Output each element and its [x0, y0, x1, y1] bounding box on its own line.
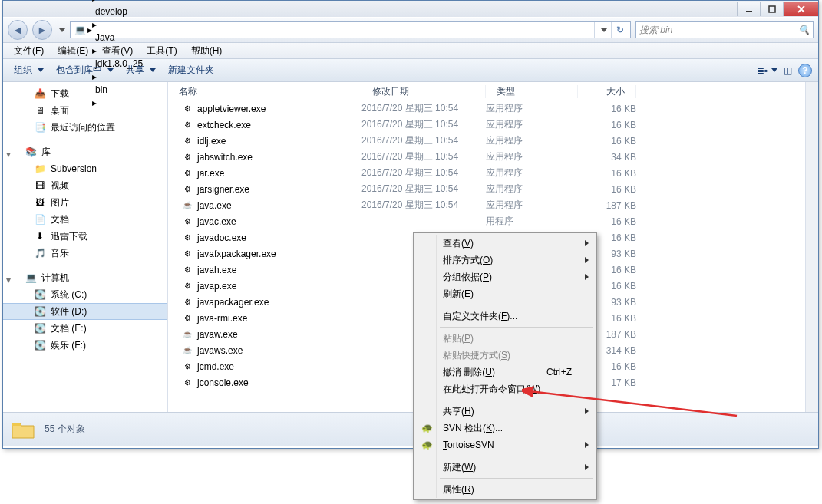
ctx-undo[interactable]: 撤消 删除(U)Ctrl+Z [415, 364, 595, 380]
item-label: 桌面 [51, 104, 69, 117]
sidebar-header[interactable]: ▾📚库 [3, 143, 167, 160]
chevron-down-icon[interactable]: ▾ [6, 275, 13, 282]
chevron-down-icon [771, 68, 777, 72]
file-size: 16 KB [578, 136, 636, 147]
column-headers: 名称 修改日期 类型 大小 [168, 84, 805, 100]
file-row[interactable]: ⚙appletviewer.exe2016/7/20 星期三 10:54应用程序… [168, 100, 805, 117]
file-name: java-rmi.exe [197, 313, 247, 324]
file-size: 16 KB [578, 104, 636, 114]
ctx-group[interactable]: 分组依据(P) [415, 268, 595, 285]
ctx-tortoisesvn[interactable]: 🐢TortoiseSVN [415, 436, 595, 453]
item-icon: 🎵 [34, 247, 46, 259]
address-bar[interactable]: 💻 ▸ 计算机▸软件 (D:)▸develop▸Java▸jdk1.8.0_25… [70, 21, 631, 38]
sidebar-item[interactable]: 📁Subversion [3, 160, 167, 177]
share-button[interactable]: 共享 [121, 61, 160, 79]
refresh-button[interactable]: ↻ [611, 22, 628, 38]
organize-button[interactable]: 组织 [9, 61, 48, 79]
breadcrumb-item[interactable]: develop [92, 4, 146, 19]
forward-button[interactable]: ► [32, 20, 52, 40]
column-size[interactable]: 大小 [578, 85, 636, 98]
file-type: 应用程序 [486, 102, 578, 115]
ctx-new[interactable]: 新建(W) [415, 459, 595, 476]
maximize-button[interactable] [760, 2, 783, 16]
sidebar-item[interactable]: 💽软件 (D:) [3, 303, 167, 320]
status-text: 55 个对象 [45, 423, 85, 436]
item-label: 娱乐 (F:) [51, 339, 86, 352]
ctx-customize[interactable]: 自定义文件夹(F)... [415, 308, 595, 324]
sidebar-item[interactable]: 📥下载 [3, 85, 167, 102]
menu-item[interactable]: 工具(T) [140, 43, 183, 59]
refresh-icon: ↻ [616, 25, 624, 35]
explorer-window: ◄ ► 💻 ▸ 计算机▸软件 (D:)▸develop▸Java▸jdk1.8.… [2, 0, 819, 449]
file-row[interactable]: ⚙idlj.exe2016/7/20 星期三 10:54应用程序16 KB [168, 133, 805, 149]
ctx-properties[interactable]: 属性(R) [415, 481, 595, 498]
sidebar-item[interactable]: 📄文档 [3, 211, 167, 228]
ctx-refresh[interactable]: 刷新(E) [415, 285, 595, 302]
pane-icon: ◫ [784, 65, 792, 76]
file-row[interactable]: ⚙jar.exe2016/7/20 星期三 10:54应用程序16 KB [168, 165, 805, 181]
view-options-button[interactable]: ≣▪ [757, 65, 777, 76]
back-button[interactable]: ◄ [8, 20, 28, 40]
file-row[interactable]: ⚙javac.exe用程序16 KB [168, 213, 805, 229]
new-folder-button[interactable]: 新建文件夹 [163, 61, 219, 79]
file-row[interactable]: ⚙jabswitch.exe2016/7/20 星期三 10:54应用程序34 … [168, 149, 805, 165]
file-type: 应用程序 [486, 183, 578, 196]
file-row[interactable]: ⚙extcheck.exe2016/7/20 星期三 10:54应用程序16 K… [168, 117, 805, 133]
minimize-button[interactable] [737, 2, 760, 16]
computer-icon[interactable]: 💻 [73, 22, 87, 38]
file-name: jabswitch.exe [197, 152, 253, 163]
file-icon: ☕ [182, 329, 193, 340]
sidebar-item[interactable]: 💽文档 (E:) [3, 320, 167, 337]
file-row[interactable]: ☕java.exe2016/7/20 星期三 10:54应用程序187 KB [168, 197, 805, 213]
column-date[interactable]: 修改日期 [361, 85, 486, 98]
menu-item[interactable]: 查看(V) [96, 43, 139, 59]
sidebar-item[interactable]: 🎵音乐 [3, 245, 167, 262]
column-name[interactable]: 名称 [168, 85, 361, 98]
help-button[interactable]: ? [798, 64, 812, 77]
menu-item[interactable]: 文件(F) [8, 43, 50, 59]
menu-item[interactable]: 帮助(H) [185, 43, 229, 59]
ctx-open-cmd[interactable]: 在此处打开命令窗口(W) [415, 380, 595, 397]
item-icon: 🎞 [34, 180, 46, 192]
file-row[interactable]: ⚙jarsigner.exe2016/7/20 星期三 10:54应用程序16 … [168, 181, 805, 197]
sidebar-item[interactable]: 💽系统 (C:) [3, 286, 167, 303]
address-history-button[interactable] [594, 22, 611, 38]
ctx-svn-checkout[interactable]: 🐢SVN 检出(K)... [415, 420, 595, 436]
column-type[interactable]: 类型 [486, 85, 578, 98]
preview-pane-button[interactable]: ◫ [784, 65, 792, 76]
item-label: 迅雷下载 [51, 230, 87, 243]
ctx-sort[interactable]: 排序方式(O) [415, 252, 595, 268]
separator [440, 305, 593, 305]
search-input[interactable]: 搜索 bin 🔍 [635, 21, 814, 38]
chevron-down-icon[interactable]: ▾ [6, 149, 13, 156]
file-size: 16 KB [578, 168, 636, 179]
chevron-right-icon[interactable]: ▸ [92, 19, 97, 30]
sidebar-item[interactable]: 🖼图片 [3, 194, 167, 211]
sidebar-item[interactable]: 🎞视频 [3, 177, 167, 194]
include-in-library-button[interactable]: 包含到库中 [51, 61, 118, 79]
menu-item[interactable]: 编辑(E) [51, 43, 94, 59]
file-name: idlj.exe [197, 136, 226, 147]
scrollbar[interactable] [805, 82, 818, 412]
ctx-paste-shortcut: 粘贴快捷方式(S) [415, 347, 595, 364]
file-icon: ⚙ [182, 297, 193, 308]
ctx-view[interactable]: 查看(V) [415, 235, 595, 252]
ctx-share[interactable]: 共享(H) [415, 403, 595, 420]
item-label: Subversion [51, 163, 97, 174]
file-type: 应用程序 [486, 199, 578, 212]
item-icon: 💻 [25, 272, 37, 284]
file-date: 2016/7/20 星期三 10:54 [361, 102, 486, 115]
search-icon: 🔍 [798, 25, 810, 35]
history-dropdown[interactable] [59, 28, 65, 32]
sidebar-item[interactable]: 📑最近访问的位置 [3, 119, 167, 136]
sidebar-item[interactable]: 💽娱乐 (F:) [3, 337, 167, 354]
close-button[interactable] [783, 2, 818, 16]
file-icon: ⚙ [182, 232, 193, 243]
sidebar-item[interactable]: 🖥桌面 [3, 102, 167, 119]
sidebar-header[interactable]: ▾💻计算机 [3, 269, 167, 286]
svg-rect-1 [769, 6, 775, 12]
chevron-right-icon[interactable]: ▸ [92, 0, 97, 4]
sidebar-item[interactable]: ⬇迅雷下载 [3, 228, 167, 245]
file-date: 2016/7/20 星期三 10:54 [361, 134, 486, 147]
view-icon: ≣▪ [757, 65, 766, 76]
